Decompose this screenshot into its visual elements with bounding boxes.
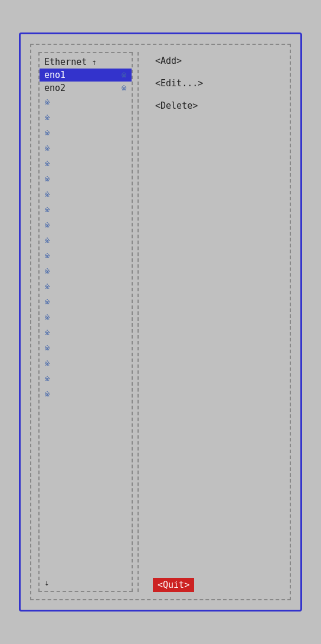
scroll-row-9: ※ [40, 217, 132, 233]
scroll-row-17: ※ [40, 340, 132, 356]
scroll-row-11: ※ [40, 248, 132, 264]
scroll-row-19: ※ [40, 371, 132, 386]
scroll-row-5: ※ [40, 156, 132, 171]
scroll-indicator-0: ※ [121, 71, 127, 79]
si-7: ※ [44, 175, 50, 183]
delete-button[interactable]: <Delete> [153, 99, 200, 112]
ethernet-label: Ethernet [44, 57, 87, 67]
scroll-row-6: ※ [40, 171, 132, 187]
si-13: ※ [44, 267, 50, 275]
si-21: ※ [44, 390, 50, 398]
si-8: ※ [44, 190, 50, 199]
scroll-row-10: ※ [40, 233, 132, 248]
scroll-row-8: ※ [40, 202, 132, 217]
edit-button[interactable]: <Edit...> [153, 77, 205, 90]
scroll-up-icon[interactable]: ↑ [91, 57, 96, 67]
list-item-eno2[interactable]: eno2 ※ [40, 82, 132, 95]
scroll-row-1: ※ [40, 95, 132, 110]
si-3: ※ [44, 113, 50, 122]
si-4: ※ [44, 129, 50, 137]
vertical-divider [137, 52, 139, 592]
scroll-row-12: ※ [40, 264, 132, 279]
si-10: ※ [44, 221, 50, 229]
scroll-row-14: ※ [40, 294, 132, 310]
scroll-row-7: ※ [40, 187, 132, 202]
scroll-row-4: ※ [40, 141, 132, 156]
scroll-row-13: ※ [40, 279, 132, 294]
si-6: ※ [44, 160, 50, 168]
si-16: ※ [44, 313, 50, 321]
scroll-rows: ※ ※ ※ ※ ※ ※ ※ ※ ※ ※ ※ ※ ※ ※ ※ ※ ※ ※ ※ ※ [40, 95, 132, 577]
si-15: ※ [44, 298, 50, 306]
list-header: Ethernet ↑ [40, 56, 132, 69]
inner-wrapper: Ethernet ↑ eno1 ※ eno2 ※ ※ ※ ※ ※ ※ ※ ※ [30, 44, 291, 600]
si-19: ※ [44, 359, 50, 367]
scroll-row-20: ※ [40, 386, 132, 402]
add-button[interactable]: <Add> [153, 54, 184, 67]
quit-button[interactable]: <Quit> [153, 578, 194, 592]
si-9: ※ [44, 206, 50, 214]
si-18: ※ [44, 344, 50, 352]
scroll-row-2: ※ [40, 110, 132, 125]
scroll-down-icon[interactable]: ↓ [44, 578, 49, 587]
scroll-row-15: ※ [40, 310, 132, 325]
scroll-row-16: ※ [40, 325, 132, 340]
si-11: ※ [44, 236, 50, 245]
si-20: ※ [44, 375, 50, 383]
outer-container: Ethernet ↑ eno1 ※ eno2 ※ ※ ※ ※ ※ ※ ※ ※ [19, 32, 302, 612]
right-panel: <Add> <Edit...> <Delete> <Quit> [143, 52, 283, 592]
si-17: ※ [44, 328, 50, 337]
list-item-eno1[interactable]: eno1 ※ [40, 69, 132, 82]
scroll-row-18: ※ [40, 356, 132, 371]
si-14: ※ [44, 282, 50, 291]
si-12: ※ [44, 252, 50, 260]
si-2: ※ [44, 98, 50, 106]
scroll-row-3: ※ [40, 125, 132, 141]
scroll-indicator-1: ※ [121, 84, 127, 92]
list-section: Ethernet ↑ eno1 ※ eno2 ※ ※ ※ ※ ※ ※ ※ ※ [38, 52, 133, 592]
si-5: ※ [44, 144, 50, 152]
